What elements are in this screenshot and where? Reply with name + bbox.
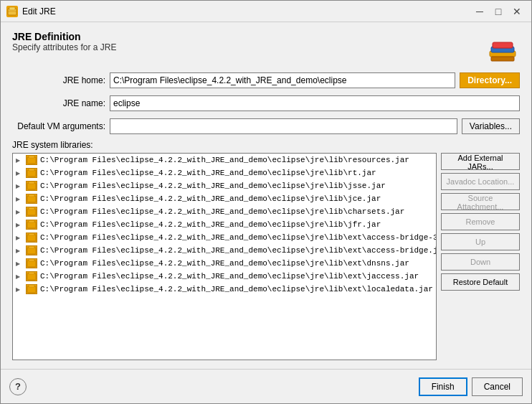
maximize-button[interactable]: □ <box>490 4 507 19</box>
list-item-text: C:\Program Files\eclipse_4.2.2_with_JRE_… <box>40 182 386 190</box>
help-button[interactable]: ? <box>9 378 27 395</box>
svg-rect-14 <box>29 194 34 197</box>
list-item[interactable]: ▶C:\Program Files\eclipse_4.2.2_with_JRE… <box>13 257 436 270</box>
source-attachment-button[interactable]: Source Attachment... <box>441 193 520 210</box>
svg-rect-8 <box>29 156 34 158</box>
expand-arrow-icon: ▶ <box>16 183 23 189</box>
expand-arrow-icon: ▶ <box>16 260 23 267</box>
directory-button[interactable]: Directory... <box>460 72 520 88</box>
list-item[interactable]: ▶C:\Program Files\eclipse_4.2.2_with_JRE… <box>13 270 436 283</box>
header-area: JRE Definition Specify attributes for a … <box>12 31 520 65</box>
list-item-text: C:\Program Files\eclipse_4.2.2_with_JRE_… <box>40 233 436 242</box>
list-item[interactable]: ▶C:\Program Files\eclipse_4.2.2_with_JRE… <box>13 166 436 179</box>
list-item[interactable]: ▶C:\Program Files\eclipse_4.2.2_with_JRE… <box>13 154 436 166</box>
list-item-text: C:\Program Files\eclipse_4.2.2_with_JRE_… <box>40 246 436 255</box>
variables-button[interactable]: Variables... <box>462 118 520 134</box>
header-text: JRE Definition Specify attributes for a … <box>12 31 116 52</box>
expand-arrow-icon: ▶ <box>16 222 23 228</box>
svg-rect-16 <box>29 207 34 210</box>
jar-icon <box>26 258 37 268</box>
bottom-right: Finish Cancel <box>419 377 523 396</box>
svg-rect-1 <box>9 7 15 10</box>
svg-rect-26 <box>29 272 34 274</box>
side-buttons: Add External JARs... Javadoc Location...… <box>441 153 520 360</box>
libraries-area: ▶C:\Program Files\eclipse_4.2.2_with_JRE… <box>12 153 520 360</box>
jar-icon <box>26 207 37 217</box>
remove-button[interactable]: Remove <box>441 213 520 230</box>
jre-name-label: JRE name: <box>12 98 105 108</box>
svg-rect-15 <box>27 209 36 215</box>
jar-icon <box>26 220 37 230</box>
svg-rect-10 <box>29 169 34 171</box>
list-item[interactable]: ▶C:\Program Files\eclipse_4.2.2_with_JRE… <box>13 244 436 257</box>
finish-button[interactable]: Finish <box>419 377 467 396</box>
bottom-left: ? <box>9 378 27 395</box>
jre-name-row: JRE name: <box>12 95 520 111</box>
jar-icon <box>26 168 37 178</box>
bottom-bar: ? Finish Cancel <box>1 369 531 403</box>
list-item-text: C:\Program Files\eclipse_4.2.2_with_JRE_… <box>40 156 409 164</box>
svg-rect-13 <box>27 196 36 202</box>
title-controls: ─ □ ✕ <box>471 4 526 19</box>
expand-arrow-icon: ▶ <box>16 196 23 202</box>
list-item[interactable]: ▶C:\Program Files\eclipse_4.2.2_with_JRE… <box>13 179 436 192</box>
svg-rect-5 <box>493 42 513 48</box>
list-item-text: C:\Program Files\eclipse_4.2.2_with_JRE_… <box>40 194 381 203</box>
jar-icon <box>26 284 37 294</box>
list-item-text: C:\Program Files\eclipse_4.2.2_with_JRE_… <box>40 272 419 281</box>
close-button[interactable]: ✕ <box>508 4 526 19</box>
svg-rect-12 <box>29 182 34 184</box>
section-subtitle: Specify attributes for a JRE <box>12 42 116 52</box>
svg-rect-28 <box>29 285 34 287</box>
jre-home-input[interactable] <box>110 72 455 88</box>
vm-args-label: Default VM arguments: <box>12 121 105 131</box>
jre-name-input[interactable] <box>110 95 520 111</box>
libraries-label: JRE system libraries: <box>12 140 520 150</box>
list-item[interactable]: ▶C:\Program Files\eclipse_4.2.2_with_JRE… <box>13 283 436 296</box>
title-bar: Edit JRE ─ □ ✕ <box>1 1 531 22</box>
vm-args-row: Default VM arguments: Variables... <box>12 118 520 134</box>
list-item[interactable]: ▶C:\Program Files\eclipse_4.2.2_with_JRE… <box>13 205 436 218</box>
svg-rect-18 <box>29 220 34 222</box>
down-button[interactable]: Down <box>441 253 520 271</box>
jar-icon <box>26 155 37 165</box>
svg-rect-19 <box>27 235 36 241</box>
jre-home-row: JRE home: Directory... <box>12 72 520 88</box>
expand-arrow-icon: ▶ <box>16 286 23 293</box>
expand-arrow-icon: ▶ <box>16 235 23 241</box>
up-button[interactable]: Up <box>441 233 520 250</box>
list-item-text: C:\Program Files\eclipse_4.2.2_with_JRE_… <box>40 285 433 293</box>
section-title: JRE Definition <box>12 31 116 42</box>
cancel-button[interactable]: Cancel <box>472 377 523 396</box>
expand-arrow-icon: ▶ <box>16 157 23 164</box>
list-item-text: C:\Program Files\eclipse_4.2.2_with_JRE_… <box>40 259 409 268</box>
list-item[interactable]: ▶C:\Program Files\eclipse_4.2.2_with_JRE… <box>13 231 436 244</box>
svg-rect-6 <box>491 57 514 61</box>
svg-rect-23 <box>27 260 36 267</box>
expand-arrow-icon: ▶ <box>16 248 23 254</box>
svg-rect-27 <box>27 286 36 293</box>
expand-arrow-icon: ▶ <box>16 273 23 280</box>
expand-arrow-icon: ▶ <box>16 170 23 177</box>
svg-rect-24 <box>29 259 34 261</box>
jar-icon <box>26 194 37 204</box>
list-item[interactable]: ▶C:\Program Files\eclipse_4.2.2_with_JRE… <box>13 192 436 205</box>
jar-icon <box>26 181 37 191</box>
list-item-text: C:\Program Files\eclipse_4.2.2_with_JRE_… <box>40 207 404 216</box>
libraries-list-scroll[interactable]: ▶C:\Program Files\eclipse_4.2.2_with_JRE… <box>13 154 436 360</box>
window-title: Edit JRE <box>22 6 56 17</box>
javadoc-location-button[interactable]: Javadoc Location... <box>441 173 520 190</box>
add-external-jars-button[interactable]: Add External JARs... <box>441 153 520 170</box>
jar-icon <box>26 271 37 281</box>
minimize-button[interactable]: ─ <box>471 4 488 19</box>
svg-rect-22 <box>29 246 34 248</box>
vm-args-input[interactable] <box>110 118 457 134</box>
list-item-text: C:\Program Files\eclipse_4.2.2_with_JRE_… <box>40 220 381 229</box>
list-item[interactable]: ▶C:\Program Files\eclipse_4.2.2_with_JRE… <box>13 218 436 231</box>
svg-rect-9 <box>27 170 36 177</box>
restore-default-button[interactable]: Restore Default <box>441 273 520 291</box>
svg-rect-11 <box>27 183 36 189</box>
title-bar-left: Edit JRE <box>6 6 56 17</box>
list-item-text: C:\Program Files\eclipse_4.2.2_with_JRE_… <box>40 169 376 177</box>
svg-rect-7 <box>27 157 36 164</box>
